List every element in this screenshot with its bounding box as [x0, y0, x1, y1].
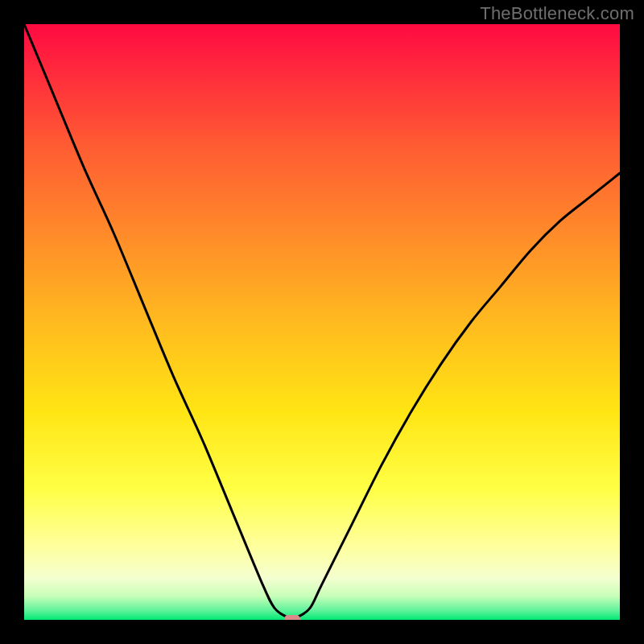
chart-svg: [24, 24, 620, 620]
plot-area: [24, 24, 620, 620]
watermark-text: TheBottleneck.com: [480, 3, 634, 24]
chart-frame: TheBottleneck.com: [0, 0, 644, 644]
gradient-background: [24, 24, 620, 620]
optimal-marker: [284, 615, 300, 620]
